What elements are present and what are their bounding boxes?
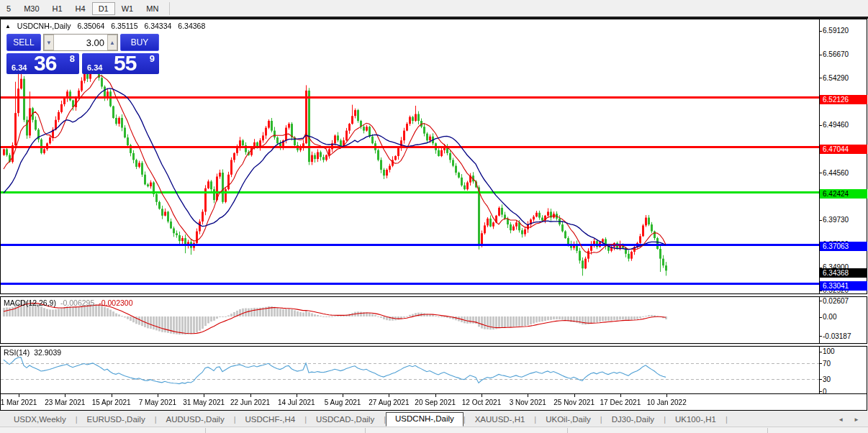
macd-label: MACD(12,26,9)	[4, 298, 56, 307]
chart-tab-dj30daily[interactable]: DJ30-,Daily	[602, 413, 664, 427]
timeframe-button-d1[interactable]: D1	[92, 2, 115, 15]
price-tick-label: 6.54290	[823, 74, 849, 82]
rsi-tick-label: 30	[823, 375, 831, 383]
macd-tick-mark	[819, 317, 822, 318]
status-divider	[567, 428, 568, 433]
buy-price-big: 55	[114, 51, 136, 76]
volume-decrease-button[interactable]: ▼	[44, 35, 54, 50]
price-chart-panel: ▲ USDCNH-,Daily 6.35064 6.35115 6.34334 …	[0, 19, 867, 294]
date-tick-mark	[666, 394, 667, 397]
chart-tab-eurusddaily[interactable]: EURUSD-,Daily	[78, 413, 155, 427]
date-tick-mark	[204, 394, 204, 397]
date-tick-label: 10 Jan 2022	[647, 398, 687, 406]
chart-ohlc-header: ▲ USDCNH-,Daily 6.35064 6.35115 6.34334 …	[5, 22, 205, 30]
sell-button[interactable]: SELL	[6, 34, 41, 51]
ohlc-low: 6.34334	[144, 22, 171, 30]
level-price-label: 6.47044	[820, 145, 867, 154]
rsi-tick-mark	[819, 391, 822, 392]
macd-tick-mark	[819, 336, 822, 337]
toolbar-separator	[169, 2, 170, 15]
price-tick-mark	[819, 125, 822, 126]
date-tick-label: 25 Nov 2021	[553, 398, 595, 406]
macd-tick-label: -0.03187	[823, 332, 851, 340]
timeframe-button-5[interactable]: 5	[0, 3, 17, 14]
rsi-tick-label: 100	[823, 347, 835, 355]
buy-button[interactable]: BUY	[120, 34, 159, 51]
tab-divider: |	[725, 415, 728, 427]
date-tick-label: 5 Aug 2021	[325, 398, 361, 406]
date-tick-label: 20 Sep 2021	[415, 398, 456, 406]
sell-price-sup: 8	[70, 53, 75, 64]
chart-tab-usdcnhdaily[interactable]: USDCNH-,Daily	[386, 412, 464, 427]
timeframe-button-mn[interactable]: MN	[140, 3, 165, 14]
price-tick-mark	[819, 220, 822, 221]
chart-tab-usdchfh4[interactable]: USDCHF-,H4	[236, 413, 305, 427]
date-axis: 1 Mar 202123 Mar 202115 Apr 20217 May 20…	[0, 394, 867, 411]
sell-price-display[interactable]: 6.34 36 8	[6, 53, 79, 74]
current-price-label: 6.34368	[820, 268, 867, 278]
chart-tab-usdcaddaily[interactable]: USDCAD-,Daily	[307, 413, 384, 427]
rsi-tick-mark	[819, 352, 822, 352]
collapse-triangle-icon[interactable]: ▲	[5, 23, 11, 29]
date-tick-label: 12 Oct 2021	[462, 398, 501, 406]
volume-increase-button[interactable]: ▲	[107, 35, 117, 50]
tab-scroll-controls: ◄ ►	[838, 416, 868, 427]
date-tick-mark	[65, 394, 65, 397]
timeframe-button-m30[interactable]: M30	[17, 3, 45, 14]
macd-tick-label: 0.00	[823, 313, 836, 321]
timeframe-toolbar: 5M30H1H4D1W1MN	[0, 0, 868, 17]
timeframe-button-w1[interactable]: W1	[115, 3, 140, 14]
macd-header: MACD(12,26,9)-0.006295-0.002300	[4, 298, 133, 307]
level-price-label: 6.37063	[820, 242, 867, 251]
volume-input[interactable]	[54, 35, 107, 50]
tab-scroll-left-icon[interactable]: ◄	[838, 416, 844, 423]
price-tick-mark	[819, 55, 822, 55]
chart-tab-uk100h1[interactable]: UK100-,H1	[666, 413, 725, 427]
rsi-header: RSI(14)32.9039	[4, 348, 61, 357]
date-tick-label: 15 Apr 2021	[92, 398, 131, 406]
date-tick-mark	[297, 394, 297, 397]
sell-price-big: 36	[34, 51, 56, 76]
macd-tick-mark	[819, 301, 822, 301]
price-tick-mark	[819, 291, 822, 291]
chart-tab-ukoildaily[interactable]: UKOil-,Daily	[536, 413, 600, 427]
rsi-tick-mark	[819, 363, 822, 364]
rsi-tick-mark	[819, 379, 822, 380]
chart-tab-xauusdh1[interactable]: XAUUSD-,H1	[466, 413, 535, 427]
rsi-label: RSI(14)	[4, 348, 30, 357]
timeframe-button-h1[interactable]: H1	[46, 3, 69, 14]
timeframe-button-h4[interactable]: H4	[69, 3, 92, 14]
status-divider	[365, 428, 366, 433]
ohlc-close: 6.34368	[178, 22, 205, 30]
sell-price-small: 6.34	[12, 63, 27, 72]
chart-tab-audusddaily[interactable]: AUDUSD-,Daily	[157, 413, 234, 427]
chart-symbol-timeframe: USDCNH-,Daily	[17, 22, 71, 30]
one-click-trading-panel: SELL ▼ ▲ BUY 6.34 36 8 6.34 55 9	[6, 34, 159, 74]
buy-price-display[interactable]: 6.34 55 9	[82, 53, 159, 74]
price-tick-mark	[819, 31, 822, 32]
date-tick-label: 1 Mar 2021	[1, 398, 37, 406]
date-tick-mark	[528, 394, 528, 397]
date-tick-label: 17 Dec 2021	[600, 398, 641, 406]
chart-tab-usdxweekly[interactable]: USDX,Weekly	[4, 413, 76, 427]
ohlc-open: 6.35064	[77, 22, 104, 30]
price-axis-line	[819, 19, 820, 293]
date-tick-mark	[389, 394, 389, 397]
rsi-axis-line	[819, 347, 820, 393]
rsi-canvas[interactable]	[1, 347, 819, 393]
rsi-value: 32.9039	[34, 348, 61, 357]
date-tick-label: 23 Mar 2021	[45, 398, 85, 406]
date-tick-mark	[250, 394, 251, 397]
date-tick-mark	[435, 394, 436, 397]
price-tick-label: 6.49460	[823, 121, 849, 129]
price-tick-mark	[819, 78, 822, 78]
date-tick-label: 7 May 2021	[139, 398, 176, 406]
tab-scroll-right-icon[interactable]: ►	[854, 416, 859, 423]
mt4-application-window: 5M30H1H4D1W1MN ▲ USDCNH-,Daily 6.35064 6…	[0, 0, 868, 433]
date-tick-label: 27 Aug 2021	[369, 398, 409, 406]
date-tick-mark	[574, 394, 575, 397]
status-divider	[767, 428, 768, 433]
date-tick-mark	[343, 394, 343, 397]
chart-tab-bar: USDX,Weekly|EURUSD-,Daily|AUDUSD-,Daily|…	[0, 411, 868, 427]
date-tick-mark	[482, 394, 482, 397]
